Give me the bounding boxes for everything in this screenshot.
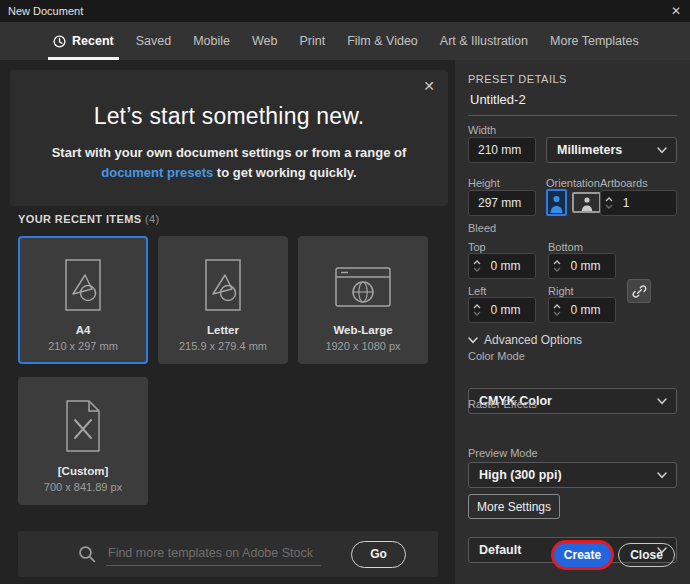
create-button[interactable]: Create: [554, 543, 611, 567]
orientation-portrait-button[interactable]: [546, 189, 567, 216]
hero-subtitle-line2: to get working quickly.: [213, 165, 357, 180]
window-close-icon[interactable]: ✕: [671, 3, 681, 19]
preset-dimensions: 210 x 297 mm: [20, 340, 146, 352]
bleed-right-label: Right: [548, 285, 574, 297]
height-field-wrap: [468, 190, 536, 216]
chevron-down-icon: [468, 337, 478, 344]
preset-name: Web-Large: [298, 324, 428, 336]
more-settings-button[interactable]: More Settings: [468, 494, 560, 519]
bleed-label: Bleed: [468, 222, 496, 234]
tab-film-video[interactable]: Film & Video: [336, 22, 429, 60]
bleed-right-field-wrap: [548, 297, 616, 323]
tab-mobile[interactable]: Mobile: [182, 22, 241, 60]
bleed-bottom-stepper[interactable]: [549, 254, 562, 278]
recent-items-count: (4): [145, 213, 160, 225]
bleed-left-label: Left: [468, 285, 486, 297]
custom-document-icon: [18, 399, 148, 453]
tab-web[interactable]: Web: [241, 22, 288, 60]
bleed-bottom-label: Bottom: [548, 241, 583, 253]
bleed-left-stepper[interactable]: [469, 298, 482, 322]
tab-recent[interactable]: Recent: [42, 22, 125, 60]
preset-dimensions: 700 x 841.89 px: [18, 481, 148, 493]
color-mode-label: Color Mode: [468, 350, 525, 362]
bleed-top-stepper[interactable]: [469, 254, 482, 278]
artboards-label: Artboards: [600, 177, 648, 189]
bleed-right-input[interactable]: [562, 303, 615, 317]
artboards-stepper[interactable]: [601, 191, 614, 215]
height-input[interactable]: [469, 196, 535, 210]
hero-close-icon[interactable]: ✕: [423, 78, 435, 94]
print-document-icon: [20, 258, 146, 312]
bleed-left-field-wrap: [468, 297, 536, 323]
preset-dimensions: 215.9 x 279.4 mm: [158, 340, 288, 352]
search-icon: [78, 545, 96, 563]
advanced-options-toggle[interactable]: Advanced Options: [468, 333, 582, 347]
orientation-label: Orientation: [546, 177, 600, 189]
chevron-down-icon: [657, 147, 667, 154]
preset-name: A4: [20, 324, 146, 336]
clock-icon: [53, 35, 66, 48]
units-dropdown[interactable]: Millimeters: [546, 137, 677, 163]
portrait-person-icon: [548, 193, 565, 214]
recent-items-heading: YOUR RECENT ITEMS (4): [18, 213, 160, 225]
bleed-bottom-field-wrap: [548, 253, 616, 279]
units-value: Millimeters: [547, 143, 622, 157]
bleed-right-stepper[interactable]: [549, 298, 562, 322]
go-button[interactable]: Go: [351, 541, 406, 568]
preset-name: Letter: [158, 324, 288, 336]
hero-banner: ✕ Let’s start something new. Start with …: [10, 70, 448, 206]
document-presets-link[interactable]: document presets: [101, 165, 213, 180]
bleed-top-field-wrap: [468, 253, 536, 279]
tab-label: Recent: [72, 34, 114, 48]
raster-effects-label: Raster Effects: [468, 398, 537, 410]
bleed-top-input[interactable]: [482, 259, 535, 273]
preset-details-panel: PRESET DETAILS Width Millimeters Height …: [455, 60, 690, 584]
chevron-down-icon: [657, 472, 667, 479]
tab-more-templates[interactable]: More Templates: [539, 22, 650, 60]
raster-effects-dropdown[interactable]: High (300 ppi): [468, 462, 677, 488]
width-input[interactable]: [469, 143, 535, 157]
title-bar: New Document ✕: [0, 0, 690, 22]
hero-title: Let’s start something new.: [10, 103, 448, 130]
template-tab-bar: Recent Saved Mobile Web Print Film & Vid…: [0, 22, 690, 60]
hero-subtitle-line1: Start with your own document settings or…: [52, 145, 407, 160]
preset-dimensions: 1920 x 1080 px: [298, 340, 428, 352]
print-document-icon: [158, 258, 288, 312]
landscape-person-icon: [580, 196, 594, 211]
preset-name: [Custom]: [18, 465, 148, 477]
artboards-input[interactable]: [614, 196, 676, 210]
close-button[interactable]: Close: [618, 543, 675, 567]
bleed-link-values-button[interactable]: [627, 279, 651, 303]
window-title: New Document: [0, 5, 83, 17]
hero-subtitle: Start with your own document settings or…: [10, 143, 448, 183]
chain-link-icon: [632, 284, 647, 299]
preview-mode-label: Preview Mode: [468, 447, 538, 459]
orientation-landscape-button[interactable]: [572, 192, 601, 213]
artboards-field-wrap: [600, 190, 677, 216]
preset-details-heading: PRESET DETAILS: [468, 73, 567, 85]
tab-art-illustration[interactable]: Art & Illustration: [429, 22, 539, 60]
width-field-wrap: [468, 137, 536, 163]
document-name-input[interactable]: [468, 90, 677, 116]
chevron-down-icon: [657, 398, 667, 405]
width-label: Width: [468, 124, 496, 136]
raster-effects-value: High (300 ppi): [469, 468, 562, 482]
height-label: Height: [468, 177, 500, 189]
bleed-left-input[interactable]: [482, 303, 535, 317]
search-input[interactable]: [106, 543, 321, 566]
bleed-top-label: Top: [468, 241, 486, 253]
preset-card-custom[interactable]: [Custom] 700 x 841.89 px: [18, 377, 148, 505]
web-browser-icon: [298, 266, 428, 308]
bleed-bottom-input[interactable]: [562, 259, 615, 273]
template-search-bar: Go: [18, 531, 438, 577]
preset-card-a4[interactable]: A4 210 x 297 mm: [18, 236, 148, 364]
preset-card-letter[interactable]: Letter 215.9 x 279.4 mm: [158, 236, 288, 364]
preview-mode-value: Default: [469, 543, 521, 557]
tab-saved[interactable]: Saved: [125, 22, 182, 60]
content-area: ✕ Let’s start something new. Start with …: [0, 60, 455, 584]
tab-print[interactable]: Print: [288, 22, 336, 60]
preset-card-web-large[interactable]: Web-Large 1920 x 1080 px: [298, 236, 428, 364]
new-document-dialog: New Document ✕ Recent Saved Mobile Web P…: [0, 0, 690, 584]
